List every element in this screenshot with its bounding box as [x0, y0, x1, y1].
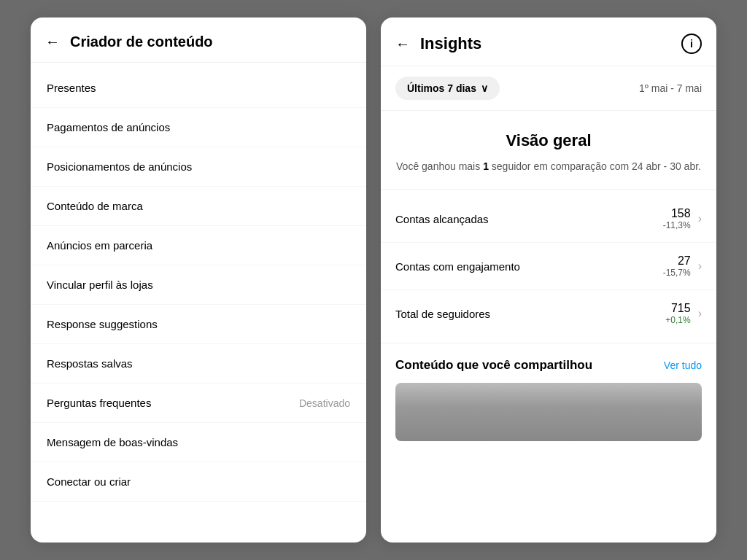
filter-bar: Últimos 7 dias ∨ 1º mai - 7 mai	[381, 66, 716, 111]
stat-values: 715+0,1%	[665, 302, 690, 325]
stats-list: Contas alcançadas158-11,3%›Contas com en…	[381, 190, 716, 343]
chevron-right-icon: ›	[698, 307, 702, 320]
menu-item-label: Presentes	[47, 82, 96, 94]
content-preview-image	[395, 383, 702, 441]
menu-item-label: Conectar ou criar	[47, 475, 131, 488]
stat-number: 27	[663, 254, 691, 268]
right-panel-title: Insights	[420, 34, 481, 53]
right-header: ← Insights i	[381, 18, 716, 66]
chevron-down-icon: ∨	[481, 82, 488, 94]
chevron-right-icon: ›	[698, 212, 702, 225]
menu-item[interactable]: Pagamentos de anúncios	[31, 108, 366, 147]
desc-prefix: Você ganhou mais	[396, 160, 483, 172]
stat-label: Contas alcançadas	[395, 213, 489, 225]
right-panel: ← Insights i Últimos 7 dias ∨ 1º mai - 7…	[381, 18, 716, 542]
filter-label: Últimos 7 dias	[407, 82, 476, 94]
menu-item[interactable]: Vincular perfil às lojas	[31, 265, 366, 305]
menu-item-label: Anúncios em parceria	[47, 239, 152, 252]
menu-item[interactable]: Posicionamentos de anúncios	[31, 147, 366, 187]
content-section: Conteúdo que você compartilhou Ver tudo	[381, 343, 716, 448]
stat-change: -11,3%	[663, 220, 691, 230]
desc-suffix: seguidor em comparação com 24 abr - 30 a…	[489, 160, 701, 172]
ver-tudo-button[interactable]: Ver tudo	[664, 359, 702, 371]
left-header: ← Criador de conteúdo	[31, 18, 366, 63]
back-button-right[interactable]: ←	[395, 36, 410, 52]
stat-change: +0,1%	[665, 315, 690, 325]
menu-item[interactable]: Anúncios em parceria	[31, 226, 366, 265]
menu-item-label: Pagamentos de anúncios	[47, 121, 170, 133]
info-icon[interactable]: i	[681, 34, 702, 54]
menu-item[interactable]: Conectar ou criar	[31, 462, 366, 502]
menu-item-label: Posicionamentos de anúncios	[47, 160, 192, 173]
menu-list: PresentesPagamentos de anúnciosPosiciona…	[31, 63, 366, 542]
visao-geral-description: Você ganhou mais 1 seguidor em comparaçã…	[395, 159, 702, 174]
menu-item-label: Conteúdo de marca	[47, 200, 143, 212]
desc-highlight: 1	[483, 160, 489, 172]
left-panel-title: Criador de conteúdo	[70, 34, 213, 50]
stat-right: 158-11,3%›	[663, 207, 702, 230]
menu-item-label: Respostas salvas	[47, 357, 133, 370]
stat-change: -15,7%	[663, 268, 691, 278]
stat-label: Total de seguidores	[395, 308, 490, 320]
menu-item[interactable]: Presentes	[31, 69, 366, 108]
menu-item[interactable]: Perguntas frequentesDesativado	[31, 384, 366, 423]
visao-geral-title: Visão geral	[395, 131, 702, 150]
stat-number: 158	[663, 207, 691, 220]
right-header-left: ← Insights	[395, 34, 481, 53]
menu-item-label: Response suggestions	[47, 318, 158, 330]
back-button-left[interactable]: ←	[45, 34, 60, 50]
filter-button[interactable]: Últimos 7 dias ∨	[395, 77, 500, 100]
stat-right: 715+0,1%›	[665, 302, 702, 325]
menu-item[interactable]: Response suggestions	[31, 305, 366, 344]
menu-item[interactable]: Mensagem de boas-vindas	[31, 423, 366, 462]
menu-item[interactable]: Respostas salvas	[31, 344, 366, 384]
stat-item[interactable]: Contas alcançadas158-11,3%›	[381, 195, 716, 243]
content-section-title: Conteúdo que você compartilhou	[395, 358, 592, 373]
stat-values: 27-15,7%	[663, 254, 691, 278]
filter-date-range: 1º mai - 7 mai	[639, 82, 702, 94]
content-preview	[395, 383, 702, 441]
menu-item-label: Mensagem de boas-vindas	[47, 436, 178, 448]
stat-item[interactable]: Contas com engajamento27-15,7%›	[381, 243, 716, 290]
menu-item[interactable]: Conteúdo de marca	[31, 187, 366, 226]
stat-number: 715	[665, 302, 690, 315]
visao-geral-section: Visão geral Você ganhou mais 1 seguidor …	[381, 111, 716, 190]
menu-item-label: Vincular perfil às lojas	[47, 279, 153, 291]
left-panel: ← Criador de conteúdo PresentesPagamento…	[31, 18, 366, 542]
stat-item[interactable]: Total de seguidores715+0,1%›	[381, 290, 716, 337]
stat-right: 27-15,7%›	[663, 254, 702, 278]
menu-item-badge: Desativado	[299, 397, 350, 409]
chevron-right-icon: ›	[698, 260, 702, 273]
stat-label: Contas com engajamento	[395, 260, 520, 273]
right-content: Visão geral Você ganhou mais 1 seguidor …	[381, 111, 716, 542]
menu-item-label: Perguntas frequentes	[47, 397, 151, 409]
content-section-header: Conteúdo que você compartilhou Ver tudo	[395, 358, 702, 373]
stat-values: 158-11,3%	[663, 207, 691, 230]
